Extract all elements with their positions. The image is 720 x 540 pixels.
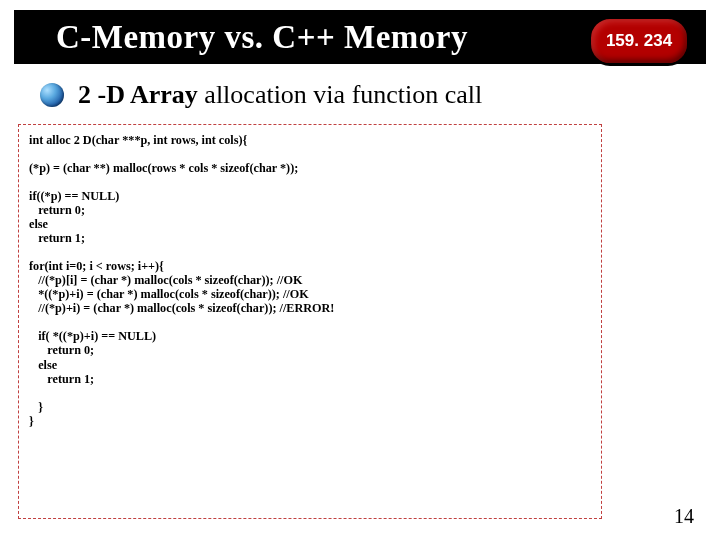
subtitle-rest: allocation via function call <box>198 80 482 109</box>
code-block-3: if((*p) == NULL) return 0; else return 1… <box>29 189 119 245</box>
code-box: int alloc 2 D(char ***p, int rows, int c… <box>18 124 602 519</box>
subtitle-bold: 2 -D Array <box>78 80 198 109</box>
page-number: 14 <box>674 505 694 528</box>
course-badge: 159. 234 <box>588 16 690 66</box>
subtitle-text: 2 -D Array allocation via function call <box>78 80 482 110</box>
code-block-5: if( *((*p)+i) == NULL) return 0; else re… <box>29 329 156 385</box>
code-block-4: for(int i=0; i < rows; i++){ //(*p)[i] =… <box>29 259 334 315</box>
title-bar: C-Memory vs. C++ Memory 159. 234 <box>14 10 706 64</box>
code-line-1: int alloc 2 D(char ***p, int rows, int c… <box>29 133 247 147</box>
bullet-sphere-icon <box>40 83 64 107</box>
subtitle-row: 2 -D Array allocation via function call <box>40 80 482 110</box>
slide-title: C-Memory vs. C++ Memory <box>56 19 468 56</box>
code-block-6: } } <box>29 400 43 428</box>
code-block-2: (*p) = (char **) malloc(rows * cols * si… <box>29 161 298 175</box>
course-code: 159. 234 <box>606 31 672 51</box>
